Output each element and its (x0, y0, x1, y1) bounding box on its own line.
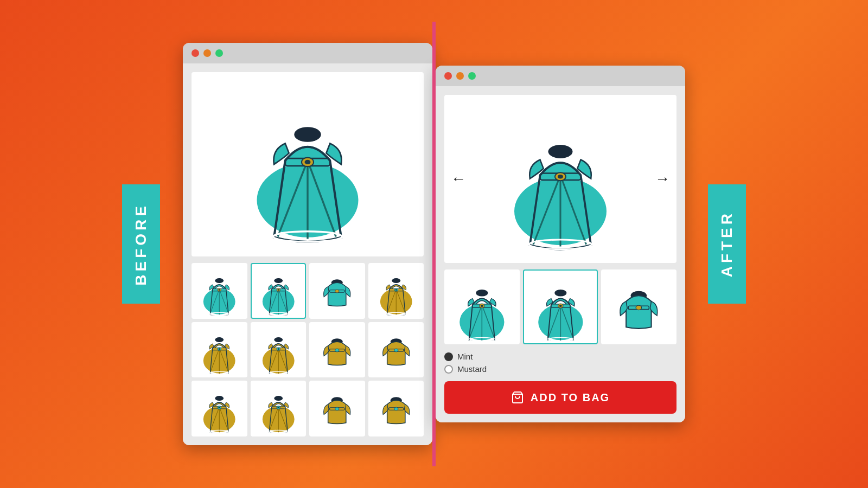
thumb-yellow-3[interactable] (251, 322, 307, 378)
thumb-yellow-top-3[interactable] (309, 381, 365, 436)
main-wrapper: BEFORE AFTER (168, 22, 700, 466)
dot-orange[interactable] (203, 49, 211, 57)
after-thumb-teal-2[interactable] (523, 269, 598, 345)
before-titlebar (183, 43, 432, 63)
thumb-teal-2[interactable] (251, 263, 307, 319)
thumb-yellow-4[interactable] (192, 381, 247, 436)
thumb-yellow-top-2[interactable] (368, 322, 424, 378)
after-content: ← → (436, 86, 685, 423)
mustard-dot (444, 365, 453, 374)
after-dot-red[interactable] (444, 72, 452, 80)
after-thumbnails (444, 269, 676, 345)
after-titlebar (436, 66, 685, 86)
thumb-yellow-2[interactable] (192, 322, 247, 378)
color-mint[interactable]: Mint (444, 352, 676, 361)
thumb-yellow-top-4[interactable] (368, 381, 424, 436)
after-dot-green[interactable] (468, 72, 476, 80)
mint-dot (444, 352, 453, 361)
bag-icon (511, 391, 524, 404)
thumb-teal-3[interactable] (309, 263, 365, 319)
after-product-image: ← → (444, 95, 676, 263)
after-dot-orange[interactable] (456, 72, 464, 80)
svg-point-31 (305, 160, 311, 164)
before-window (183, 43, 432, 445)
before-content (183, 63, 432, 445)
svg-point-40 (558, 175, 563, 179)
dot-red[interactable] (192, 49, 199, 57)
after-thumb-teal-top[interactable] (601, 269, 676, 345)
dot-green[interactable] (215, 49, 223, 57)
before-product-image (192, 72, 424, 256)
thumb-yellow-top-1[interactable] (309, 322, 365, 378)
before-thumbnails (192, 263, 424, 436)
after-label: AFTER (708, 184, 746, 304)
color-mustard[interactable]: Mustard (444, 364, 676, 374)
color-options: Mint Mustard (444, 352, 676, 374)
add-to-bag-button[interactable]: ADD TO BAG (444, 381, 676, 414)
thumb-yellow-5[interactable] (251, 381, 307, 436)
thumb-teal-1[interactable] (192, 263, 247, 319)
divider (432, 22, 436, 466)
before-label: BEFORE (122, 184, 160, 304)
after-window: ← → (436, 66, 685, 423)
svg-point-37 (548, 145, 573, 158)
prev-arrow[interactable]: ← (451, 170, 466, 188)
after-main-dress (506, 107, 615, 251)
next-arrow[interactable]: → (655, 170, 670, 188)
after-thumb-teal-1[interactable] (444, 269, 520, 345)
before-main-dress (248, 86, 367, 243)
svg-point-28 (294, 127, 321, 143)
thumb-yellow-dress-1[interactable] (368, 263, 424, 319)
